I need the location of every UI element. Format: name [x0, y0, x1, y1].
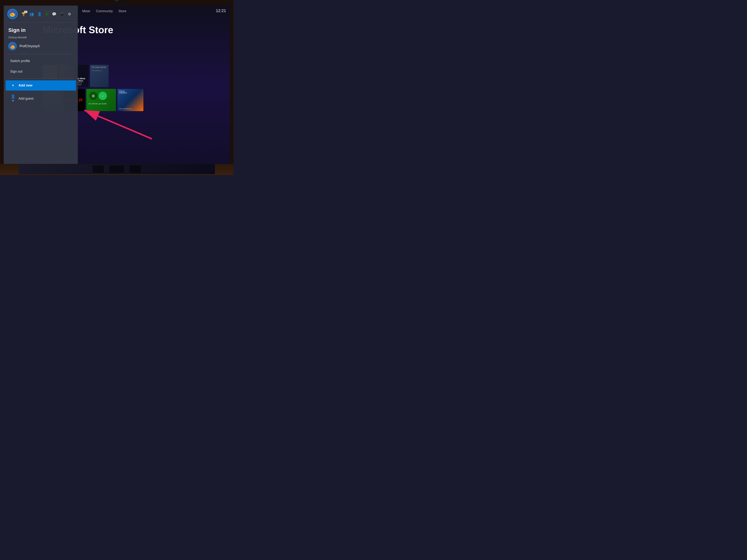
add-new-item[interactable]: + Add new	[5, 80, 76, 90]
forza-label: FORZA HORIZON 4	[119, 90, 127, 94]
nav-mixer[interactable]: Mixer	[82, 8, 91, 14]
phone-icon[interactable]: 📱	[60, 12, 65, 16]
profile-avatar-small	[8, 42, 17, 50]
outer-worlds-sub: The unplanned...	[90, 70, 108, 72]
profile-hedgehog-icon	[9, 43, 16, 50]
user-label: Chrissy Montelli	[4, 35, 78, 40]
clock: 12:21	[216, 8, 226, 13]
nav-community[interactable]: Community	[96, 8, 113, 14]
add-guest-label: Add guest	[19, 97, 33, 101]
hedgehog-avatar-icon	[8, 10, 17, 18]
switch-profile-item[interactable]: Switch profile	[5, 56, 76, 66]
trophy-badge: 27	[24, 11, 27, 13]
camera-lens	[115, 0, 119, 1]
forza-new-content: NEW CONTENT A...	[119, 108, 132, 110]
item-2	[109, 165, 124, 173]
add-new-icon: +	[10, 83, 16, 87]
add-guest-icon: 👤+	[10, 94, 16, 103]
profile-icon[interactable]: 👤	[37, 12, 42, 16]
svg-point-21	[12, 47, 13, 48]
item-1	[93, 165, 104, 173]
signin-title: Sign in	[4, 23, 78, 35]
outer-worlds-title: The Outer Worlds	[90, 65, 108, 70]
sign-out-label: Sign out	[10, 70, 22, 74]
gamepass-spotify-sub: Join Ultimate, get Spotify	[86, 103, 116, 106]
friends-icon[interactable]: 👥	[29, 12, 34, 16]
add-new-label: Add new	[19, 83, 32, 87]
card-forza[interactable]: FORZA HORIZON 4 NEW CONTENT A...	[118, 89, 144, 111]
gamepass-icon: ⊞	[89, 92, 98, 100]
spotify-icon: ♪	[99, 92, 107, 100]
svg-point-9	[12, 14, 12, 14]
profile-row[interactable]: ProfChryssyX	[4, 40, 78, 53]
trophy-icon[interactable]: 🏆 27	[21, 12, 26, 16]
chat-icon[interactable]: 💬	[52, 12, 56, 16]
card-outer-worlds[interactable]: The Outer Worlds The unplanned...	[90, 65, 108, 87]
content-below	[19, 164, 215, 174]
signin-panel: 🏆 27 👥 👤 ⊞ 💬 📱 ⚙ Sign in Chrissy Montell…	[4, 5, 78, 164]
card-gamepass-spotify[interactable]: ⊞ ♪ Join Ultimate, get Spotify	[86, 89, 116, 111]
panel-avatar[interactable]	[7, 9, 18, 19]
item-3	[130, 165, 141, 173]
divider-1	[8, 54, 73, 54]
panel-icons-row: 🏆 27 👥 👤 ⊞ 💬 📱 ⚙	[4, 5, 78, 23]
xbox-screen: Home Game Pass Mixer Community Store 12:…	[4, 5, 230, 164]
profile-username: ProfChryssyX	[20, 44, 40, 48]
tv-bottom-bezel	[0, 164, 233, 175]
svg-point-10	[12, 15, 13, 16]
settings-icon[interactable]: ⚙	[68, 12, 71, 16]
switch-profile-label: Switch profile	[10, 59, 30, 63]
panel-top-icons: 🏆 27 👥 👤 ⊞ 💬 📱 ⚙	[21, 12, 71, 17]
divider-2	[8, 78, 73, 79]
sign-out-item[interactable]: Sign out	[5, 67, 76, 77]
camera-bar	[106, 0, 128, 2]
tv-outer: Home Game Pass Mixer Community Store 12:…	[0, 0, 233, 175]
add-guest-item[interactable]: 👤+ Add guest	[5, 91, 76, 106]
xbox-icon[interactable]: ⊞	[45, 12, 49, 17]
nav-store[interactable]: Store	[119, 8, 126, 14]
